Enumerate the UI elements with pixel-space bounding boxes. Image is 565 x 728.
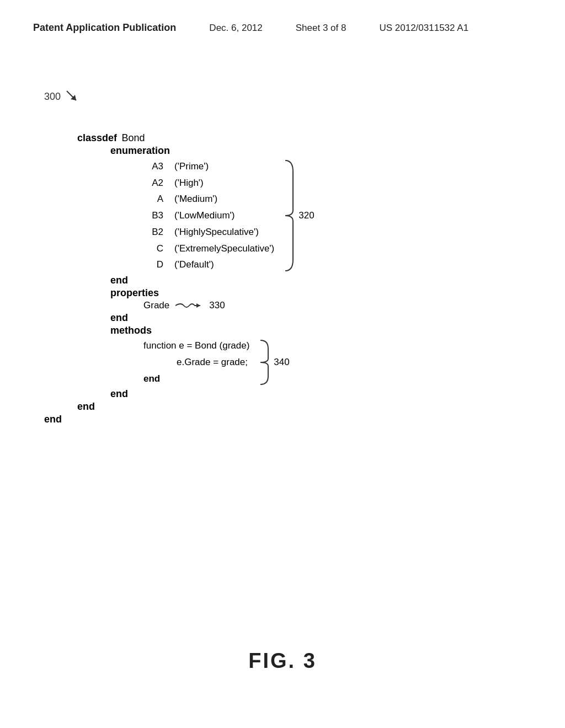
sheet-info: Sheet 3 of 8 xyxy=(296,23,347,34)
patent-title: Patent Application Publication xyxy=(33,22,176,34)
end-outer-keyword: end xyxy=(44,414,62,425)
end-props-keyword: end xyxy=(110,312,128,323)
end-methods-body-keyword: end xyxy=(110,388,128,399)
enum-row-a: A ('Medium') xyxy=(143,191,274,207)
grade-line: Grade 330 xyxy=(143,300,532,311)
diagram-content: 300 classdef Bond enumeration A3 ('Prime… xyxy=(44,88,532,425)
brace-320-container: 320 xyxy=(283,158,314,274)
methods-keyword: methods xyxy=(110,325,152,336)
enum-label-b3: B3 xyxy=(143,207,163,224)
brace-340-container: 340 xyxy=(258,338,289,387)
classdef-keyword: classdef xyxy=(77,132,117,143)
header: Patent Application Publication Dec. 6, 2… xyxy=(0,0,565,34)
properties-line: properties xyxy=(110,287,532,299)
ref-320-label: 320 xyxy=(299,210,314,221)
enum-value-b3: ('LowMedium') xyxy=(174,207,234,224)
methods-line: methods xyxy=(110,325,532,336)
svg-marker-2 xyxy=(196,303,200,308)
end-methods-body-line: end xyxy=(110,388,532,400)
enum-label-a3: A3 xyxy=(143,158,163,175)
grade-label: Grade xyxy=(143,300,169,311)
ref-300-label: 300 xyxy=(44,91,61,103)
enum-row-a2: A2 ('High') xyxy=(143,175,274,191)
enum-value-a: ('Medium') xyxy=(174,191,217,207)
wavy-arrow-icon xyxy=(173,300,206,311)
arrow-300-icon xyxy=(64,88,81,105)
enum-label-c: C xyxy=(143,240,163,257)
methods-inner: function e = Bond (grade) e.Grade = grad… xyxy=(143,338,249,387)
ref-340-label: 340 xyxy=(274,357,289,368)
end-outer-line: end xyxy=(44,414,532,425)
grade-assign-line: e.Grade = grade; xyxy=(177,354,249,371)
end-properties-line: end xyxy=(110,312,532,324)
function-line: function e = Bond (grade) xyxy=(143,338,249,354)
figure-caption: FIG. 3 xyxy=(248,649,317,673)
methods-block: function e = Bond (grade) e.Grade = grad… xyxy=(143,338,532,387)
enum-block: A3 ('Prime') A2 ('High') A ('Medium') B3… xyxy=(143,158,532,274)
right-brace-320-icon xyxy=(283,158,295,274)
enum-label-d: D xyxy=(143,256,163,273)
enum-row-a3: A3 ('Prime') xyxy=(143,158,274,175)
enum-value-d: ('Default') xyxy=(174,256,214,273)
end-classdef-keyword: end xyxy=(77,401,95,412)
enum-label-a2: A2 xyxy=(143,175,163,191)
ref-330-label: 330 xyxy=(209,300,225,311)
figure-caption-text: FIG. 3 xyxy=(248,649,317,672)
enum-row-d: D ('Default') xyxy=(143,256,274,273)
enum-value-c: ('ExtremelySpeculative') xyxy=(174,240,274,257)
end-enum-keyword: end xyxy=(110,275,128,286)
end-classdef-line: end xyxy=(77,401,532,413)
end-function-line: end xyxy=(143,371,249,387)
end-enumeration-line: end xyxy=(110,275,532,286)
enum-label-b2: B2 xyxy=(143,224,163,240)
enum-row-c: C ('ExtremelySpeculative') xyxy=(143,240,274,257)
enumeration-line: enumeration xyxy=(110,145,532,157)
enum-value-b2: ('HighlySpeculative') xyxy=(174,224,259,240)
enum-items-list: A3 ('Prime') A2 ('High') A ('Medium') B3… xyxy=(143,158,274,273)
class-name: Bond xyxy=(122,132,145,143)
ref-300-container: 300 xyxy=(44,88,532,105)
right-brace-340-icon xyxy=(258,338,270,387)
patent-number: US 2012/0311532 A1 xyxy=(379,23,468,34)
enum-label-a: A xyxy=(143,191,163,207)
properties-keyword: properties xyxy=(110,287,159,298)
classdef-line: classdef Bond xyxy=(77,132,532,144)
publication-date: Dec. 6, 2012 xyxy=(209,23,262,34)
enum-row-b2: B2 ('HighlySpeculative') xyxy=(143,224,274,240)
enum-row-b3: B3 ('LowMedium') xyxy=(143,207,274,224)
enum-value-a3: ('Prime') xyxy=(174,158,209,175)
enumeration-keyword: enumeration xyxy=(110,145,170,156)
enum-value-a2: ('High') xyxy=(174,175,204,191)
